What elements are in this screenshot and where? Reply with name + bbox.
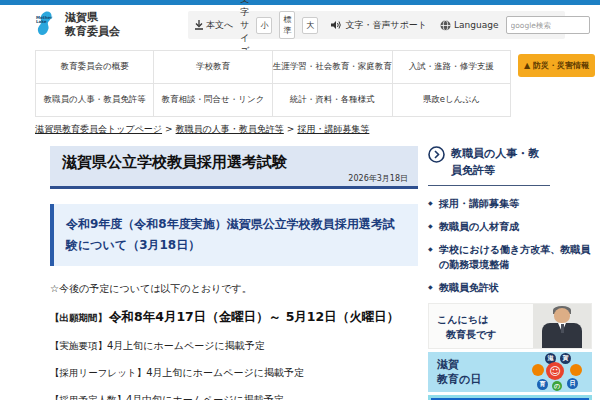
nav-item-school-education[interactable]: 学校教育 bbox=[154, 51, 272, 84]
bullet-icon: ◆ bbox=[428, 282, 433, 291]
nav-item-e-shinbun[interactable]: 県政eしんぶん bbox=[393, 84, 511, 117]
superintendent-banner[interactable]: こんにちは 教育長です bbox=[428, 303, 592, 349]
education-day-logo-circle bbox=[532, 364, 544, 376]
education-day-logo-smiley: ☺ bbox=[546, 362, 564, 380]
education-day-logo-circle: の bbox=[552, 381, 562, 391]
globe-icon bbox=[440, 20, 451, 31]
warning-triangle-icon: ▲ bbox=[524, 61, 530, 70]
sidebar-header: 教職員の人事・教員免許等 bbox=[428, 146, 550, 186]
font-size-small-button[interactable]: 小 bbox=[256, 17, 272, 34]
superintendent-photo bbox=[533, 304, 591, 348]
nav-item-lifelong-learning[interactable]: 生涯学習・社会教育・家庭教育 bbox=[273, 51, 393, 84]
page-date: 2026年3月18日 bbox=[62, 173, 408, 184]
kyoiku-shiga-banner[interactable]: 教育しが bbox=[428, 395, 592, 400]
schedule-row-leaflet: 【採用リーフレット】 4月上旬にホームページに掲載予定 bbox=[50, 366, 418, 380]
education-day-logo-circle: 育 bbox=[537, 379, 548, 390]
site-logo[interactable]: Mother Lake 滋賀県 教育委員会 bbox=[35, 11, 120, 39]
speaker-icon bbox=[331, 20, 342, 30]
nav-item-statistics-forms[interactable]: 統計・資料・各種様式 bbox=[273, 84, 393, 117]
sidebar-link-hr-development[interactable]: ◆教職員の人材育成 bbox=[428, 219, 592, 234]
lake-biwa-logo-icon: Mother Lake bbox=[35, 11, 61, 39]
education-day-logo-circle bbox=[570, 364, 582, 376]
font-size-medium-button[interactable]: 標準 bbox=[279, 11, 295, 39]
skip-to-content-link[interactable]: 本文へ bbox=[195, 19, 233, 32]
sidebar-link-list: ◆採用・講師募集等 ◆教職員の人材育成 ◆学校における働き方改革、教職員の勤務環… bbox=[428, 196, 592, 295]
font-size-label: 文字サイズ bbox=[240, 0, 249, 58]
sidebar-link-work-reform[interactable]: ◆学校における働き方改革、教職員の勤務環境整備 bbox=[428, 242, 592, 272]
schedule-row-application-period: 【出願期間】 令和8年4月17日（金曜日）～ 5月12日（火曜日） bbox=[50, 309, 418, 326]
bullet-icon: ◆ bbox=[428, 244, 433, 253]
page: Mother Lake 滋賀県 教育委員会 本文へ 文字サイズ 小 標準 大 文… bbox=[0, 0, 600, 400]
nav-item-personnel-license[interactable]: 教職員の人事・教員免許等 bbox=[36, 84, 154, 117]
sidebar-title: 教職員の人事・教員免許等 bbox=[451, 146, 550, 179]
education-day-logo-circle: 日 bbox=[567, 378, 578, 389]
nav-item-exams-support[interactable]: 入試・進路・修学支援 bbox=[393, 51, 511, 84]
notice-box: 令和9年度（令和8年度実施）滋賀県公立学校教員採用選考試験について（3月18日） bbox=[50, 204, 418, 266]
search-input[interactable] bbox=[506, 16, 590, 34]
main-content: 滋賀県公立学校教員採用選考試験 2026年3月18日 令和9年度（令和8年度実施… bbox=[50, 146, 418, 400]
sidebar-link-teacher-license[interactable]: ◆教職員免許状 bbox=[428, 280, 592, 295]
schedule-row-planned-hires: 【採用予定人数】 4月中旬にホームページに掲載予定 bbox=[50, 393, 418, 400]
bullet-icon: ◆ bbox=[428, 198, 433, 207]
education-day-banner[interactable]: 滋賀 教育の日 滋 賀 ☺ 育 の 日 bbox=[428, 352, 592, 392]
page-title-box: 滋賀県公立学校教員採用選考試験 2026年3月18日 bbox=[50, 146, 418, 189]
education-day-logo: 滋 賀 ☺ 育 の 日 bbox=[532, 353, 584, 391]
education-day-logo-circle: 賀 bbox=[560, 353, 571, 364]
sidebar-link-recruitment[interactable]: ◆採用・講師募集等 bbox=[428, 196, 592, 211]
superintendent-banner-text: こんにちは 教育長です bbox=[437, 312, 496, 342]
disaster-info-button[interactable]: ▲ 防災・災害情報 bbox=[518, 54, 595, 77]
breadcrumb-separator: > bbox=[165, 124, 173, 134]
org-name: 滋賀県 教育委員会 bbox=[65, 11, 120, 39]
voice-support-link[interactable]: 文字・音声サポート bbox=[331, 19, 427, 32]
page-title: 滋賀県公立学校教員採用選考試験 bbox=[62, 153, 408, 172]
breadcrumb-recruitment-link[interactable]: 採用・講師募集等 bbox=[297, 124, 369, 134]
breadcrumb-home-link[interactable]: 滋賀県教育委員会トップページ bbox=[35, 124, 162, 134]
download-arrow-icon bbox=[195, 20, 203, 30]
sidebar: 教職員の人事・教員免許等 ◆採用・講師募集等 ◆教職員の人材育成 ◆学校における… bbox=[428, 146, 592, 400]
org-name-line1: 滋賀県 bbox=[65, 11, 120, 25]
font-size-large-button[interactable]: 大 bbox=[302, 17, 318, 34]
schedule-row-guidelines: 【実施要項】 4月上旬にホームページに掲載予定 bbox=[50, 339, 418, 353]
nav-item-overview[interactable]: 教育委員会の概要 bbox=[36, 51, 154, 84]
intro-text: ☆今後の予定については以下のとおりです。 bbox=[50, 282, 418, 296]
education-day-banner-text: 滋賀 教育の日 bbox=[437, 357, 481, 388]
org-name-line2: 教育委員会 bbox=[65, 25, 120, 39]
language-link[interactable]: Language bbox=[440, 20, 498, 31]
main-navigation: 教育委員会の概要 学校教育 生涯学習・社会教育・家庭教育 入試・進路・修学支援 … bbox=[35, 50, 511, 117]
breadcrumb-personnel-link[interactable]: 教職員の人事・教員免許等 bbox=[176, 124, 284, 134]
nav-item-consultation-links[interactable]: 教育相談・問合せ・リンク bbox=[154, 84, 272, 117]
bullet-icon: ◆ bbox=[428, 221, 433, 230]
circle-arrow-icon bbox=[428, 146, 445, 179]
top-accent-bar bbox=[0, 0, 600, 5]
breadcrumb-separator: > bbox=[287, 124, 295, 134]
utility-bar: 本文へ 文字サイズ 小 標準 大 文字・音声サポート Language bbox=[188, 11, 565, 39]
breadcrumb: 滋賀県教育委員会トップページ>教職員の人事・教員免許等>採用・講師募集等 bbox=[35, 123, 369, 136]
lake-label: Mother Lake bbox=[36, 16, 61, 25]
